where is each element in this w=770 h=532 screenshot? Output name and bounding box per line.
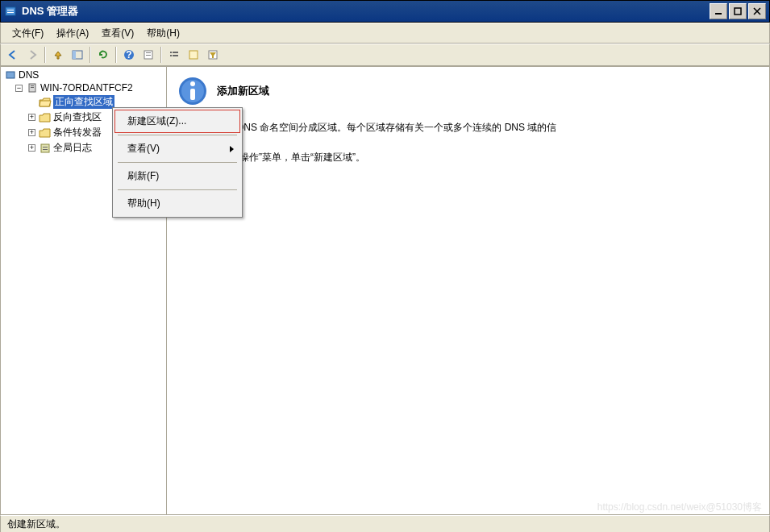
svg-rect-3 (715, 13, 722, 15)
svg-rect-11 (146, 55, 151, 56)
svg-rect-24 (43, 149, 48, 150)
server-icon (26, 82, 39, 94)
content-p2: 新区域，请在“操作”菜单，单击“新建区域”。 (178, 148, 760, 167)
expand-icon[interactable]: + (28, 129, 35, 136)
ctx-help[interactable]: 帮助(H) (114, 192, 240, 215)
expand-icon[interactable]: + (28, 114, 35, 121)
toolbar-separator (115, 47, 117, 63)
svg-rect-15 (173, 55, 178, 56)
folder-icon (39, 112, 52, 123)
menu-separator (118, 135, 237, 135)
ctx-help-label: 帮助(H) (127, 197, 160, 209)
tree-cond-label: 条件转发器 (53, 126, 102, 139)
svg-rect-14 (170, 55, 172, 56)
svg-rect-23 (43, 147, 48, 148)
detail-button[interactable] (185, 46, 202, 64)
log-icon (39, 143, 52, 154)
svg-rect-20 (31, 85, 34, 86)
context-menu: 新建区域(Z)... 查看(V) 刷新(F) 帮助(H) (112, 107, 243, 218)
svg-rect-22 (41, 144, 49, 152)
help-button[interactable]: ? (120, 46, 138, 64)
ctx-view[interactable]: 查看(V) (114, 137, 240, 160)
svg-rect-4 (735, 8, 741, 15)
tree-global-label: 全局日志 (53, 141, 92, 155)
submenu-arrow-icon (230, 146, 234, 152)
folder-icon (39, 127, 52, 139)
ctx-view-label: 查看(V) (127, 143, 160, 154)
svg-rect-13 (173, 52, 178, 53)
back-button[interactable] (4, 46, 22, 64)
info-icon (177, 75, 209, 107)
tree-rev-label: 反向查找区 (53, 110, 102, 124)
tree-root-label: DNS (19, 69, 39, 81)
toolbar-separator (44, 47, 46, 63)
tree-server[interactable]: − WIN-7ORDANTFCF2 (1, 81, 166, 94)
refresh-button[interactable] (94, 46, 112, 64)
content-p1: (DNS)允许将 DNS 命名空间分成区域。每个区域存储有关一个或多个连续的 D… (178, 118, 760, 137)
ctx-refresh-label: 刷新(F) (127, 170, 159, 181)
svg-rect-18 (6, 72, 15, 78)
svg-rect-21 (31, 87, 34, 88)
app-icon (4, 5, 17, 18)
svg-rect-27 (190, 89, 195, 100)
statusbar: 创建新区域。 (0, 515, 770, 532)
menubar: 文件(F) 操作(A) 查看(V) 帮助(H) (0, 23, 770, 44)
content-heading: 添加新区域 (177, 75, 760, 107)
collapse-icon[interactable]: − (15, 85, 23, 92)
toolbar-separator (89, 47, 91, 63)
maximize-button[interactable] (729, 3, 747, 19)
filter-button[interactable] (204, 46, 222, 64)
titlebar: DNS 管理器 (0, 0, 770, 23)
folder-open-icon (39, 97, 52, 108)
forward-button[interactable] (23, 46, 41, 64)
properties-button[interactable] (139, 46, 157, 64)
menu-view[interactable]: 查看(V) (95, 25, 140, 42)
svg-rect-12 (170, 52, 172, 53)
list-button[interactable] (165, 46, 183, 64)
menu-action[interactable]: 操作(A) (50, 25, 95, 42)
svg-rect-10 (146, 52, 151, 53)
show-hide-tree-button[interactable] (69, 46, 86, 64)
svg-point-28 (190, 81, 195, 86)
content-heading-text: 添加新区域 (217, 84, 269, 98)
dns-root-icon (4, 69, 17, 81)
minimize-button[interactable] (710, 3, 727, 19)
content-pane: 添加新区域 (DNS)允许将 DNS 命名空间分成区域。每个区域存储有关一个或多… (167, 67, 769, 514)
ctx-new-zone-label: 新建区域(Z)... (127, 115, 186, 127)
expand-icon[interactable]: + (28, 144, 35, 152)
toolbar-separator (160, 47, 162, 63)
ctx-refresh[interactable]: 刷新(F) (114, 164, 240, 188)
ctx-new-zone[interactable]: 新建区域(Z)... (114, 110, 240, 133)
toolbar: ? (0, 44, 770, 66)
close-button[interactable] (748, 3, 766, 19)
menu-help[interactable]: 帮助(H) (140, 25, 186, 42)
svg-rect-2 (7, 12, 14, 13)
svg-rect-1 (7, 10, 14, 10)
menu-file[interactable]: 文件(F) (6, 25, 50, 42)
svg-rect-16 (189, 51, 198, 59)
menu-separator (118, 162, 237, 163)
tree-root-dns[interactable]: DNS (1, 69, 166, 81)
window-title: DNS 管理器 (22, 4, 710, 19)
svg-rect-6 (73, 51, 76, 59)
window-buttons (710, 3, 766, 19)
statusbar-text: 创建新区域。 (7, 517, 65, 531)
tree-fwd-label: 正向查找区域 (53, 95, 114, 109)
content-body: (DNS)允许将 DNS 命名空间分成区域。每个区域存储有关一个或多个连续的 D… (177, 118, 760, 167)
svg-text:?: ? (126, 49, 131, 60)
menu-separator (118, 189, 237, 190)
svg-rect-0 (6, 7, 15, 15)
up-button[interactable] (49, 46, 67, 64)
tree-server-label: WIN-7ORDANTFCF2 (40, 82, 133, 94)
